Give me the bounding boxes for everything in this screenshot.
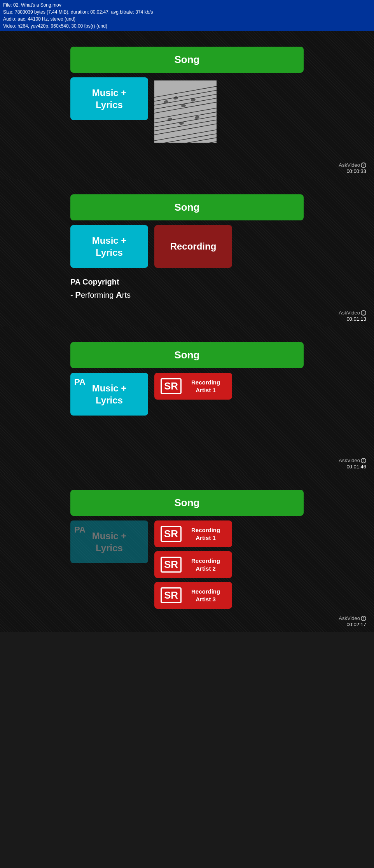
- song-button-3[interactable]: Song: [70, 342, 304, 368]
- music-lyrics-button-1[interactable]: Music +Lyrics: [70, 77, 148, 120]
- sr-label-4-2: SR: [161, 557, 182, 573]
- buttons-row-3: PA Music +Lyrics SR RecordingArtist 1: [70, 373, 304, 416]
- buttons-row-1: Music +Lyrics: [70, 77, 304, 143]
- song-button-1[interactable]: Song: [70, 47, 304, 73]
- music-lyrics-pa-button-3[interactable]: PA Music +Lyrics: [70, 373, 148, 416]
- sr-button-4-2[interactable]: SR RecordingArtist 2: [154, 551, 232, 578]
- sr-column-4: SR RecordingArtist 1 SR RecordingArtist …: [154, 520, 232, 613]
- info-line1: File: 02. What's a Song.mov: [3, 2, 371, 9]
- pa-badge-4: PA: [74, 524, 86, 536]
- panel-4: Song PA Music +Lyrics SR RecordingArtist…: [0, 474, 374, 632]
- recording-button-2[interactable]: Recording: [154, 225, 232, 268]
- panel-1: Song Music +Lyrics: [0, 31, 374, 179]
- sr-text-4-2: RecordingArtist 2: [185, 557, 226, 572]
- sr-text-4-1: RecordingArtist 1: [185, 526, 226, 541]
- askvideo-icon-3: ?: [361, 458, 366, 463]
- sheet-music-thumbnail: [154, 80, 217, 143]
- panel-3: Song PA Music +Lyrics SR RecordingArtist…: [0, 327, 374, 474]
- buttons-row-4: PA Music +Lyrics SR RecordingArtist 1 SR…: [70, 520, 304, 613]
- pa-copyright-line2: - Performing Arts: [70, 288, 304, 302]
- pa-copyright-2: PA Copyright - Performing Arts: [70, 276, 304, 302]
- song-button-4[interactable]: Song: [70, 490, 304, 516]
- sr-text-3-1: RecordingArtist 1: [185, 379, 226, 394]
- pa-badge-3: PA: [74, 377, 86, 388]
- sr-text-4-3: RecordingArtist 3: [185, 588, 226, 603]
- info-line4: Video: h264, yuv420p, 960x540, 30.00 fps…: [3, 23, 371, 30]
- timestamp-1: 00:00:33: [346, 168, 366, 174]
- askvideo-watermark-2: AskVideo?: [339, 310, 366, 316]
- info-bar: File: 02. What's a Song.mov Size: 780303…: [0, 0, 374, 31]
- askvideo-watermark-3: AskVideo?: [339, 458, 366, 463]
- sr-button-4-3[interactable]: SR RecordingArtist 3: [154, 582, 232, 609]
- timestamp-2: 00:01:13: [346, 316, 366, 322]
- sr-label-4-3: SR: [161, 587, 182, 603]
- music-lyrics-pa-button-4[interactable]: PA Music +Lyrics: [70, 520, 148, 563]
- timestamp-4: 00:02:17: [346, 622, 366, 627]
- askvideo-icon-1: ?: [361, 162, 366, 168]
- music-lyrics-button-2[interactable]: Music +Lyrics: [70, 225, 148, 268]
- askvideo-watermark-1: AskVideo?: [339, 162, 366, 168]
- sr-label-4-1: SR: [161, 526, 182, 542]
- panel-2: Song Music +Lyrics Recording PA Copyrigh…: [0, 179, 374, 327]
- buttons-row-2: Music +Lyrics Recording: [70, 225, 304, 268]
- askvideo-watermark-4: AskVideo?: [339, 615, 366, 621]
- song-button-2[interactable]: Song: [70, 194, 304, 220]
- askvideo-icon-2: ?: [361, 310, 366, 316]
- pa-copyright-line1: PA Copyright: [70, 276, 304, 288]
- sr-button-4-1[interactable]: SR RecordingArtist 1: [154, 520, 232, 547]
- info-line2: Size: 7803039 bytes (7.44 MiB), duration…: [3, 9, 371, 16]
- askvideo-icon-4: ?: [361, 616, 366, 621]
- info-line3: Audio: aac, 44100 Hz, stereo (und): [3, 16, 371, 23]
- sr-button-3-1[interactable]: SR RecordingArtist 1: [154, 373, 232, 400]
- sr-column-3: SR RecordingArtist 1: [154, 373, 232, 403]
- sr-label-3-1: SR: [161, 378, 182, 394]
- timestamp-3: 00:01:46: [346, 464, 366, 470]
